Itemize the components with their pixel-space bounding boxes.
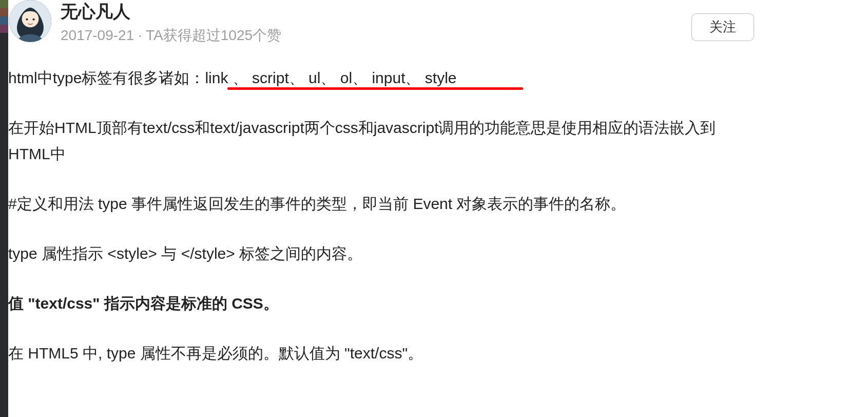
paragraph-5: 值 "text/css" 指示内容是标准的 CSS。 bbox=[8, 290, 754, 316]
svg-point-2 bbox=[26, 18, 28, 21]
paragraph-1: html中type标签有很多诸如：link 、 script、 ul、 ol、 … bbox=[8, 65, 754, 91]
author-name[interactable]: 无心凡人 bbox=[61, 0, 130, 24]
paragraph-2: 在开始HTML顶部有text/css和text/javascript两个css和… bbox=[8, 115, 754, 167]
author-meta: 2017-09-21 · TA获得超过1025个赞 bbox=[61, 26, 281, 45]
editor-gutter-strip bbox=[0, 0, 8, 417]
paragraph-6: 在 HTML5 中, type 属性不再是必须的。默认值为 "text/css"… bbox=[8, 340, 754, 366]
author-avatar[interactable] bbox=[9, 0, 51, 42]
red-underline-annotation bbox=[227, 87, 523, 90]
answer-content: html中type标签有很多诸如：link 、 script、 ul、 ol、 … bbox=[8, 65, 754, 390]
follow-button[interactable]: 关注 bbox=[691, 13, 754, 41]
paragraph-4: type 属性指示 <style> 与 </style> 标签之间的内容。 bbox=[8, 240, 754, 267]
paragraph-3: #定义和用法 type 事件属性返回发生的事件的类型，即当前 Event 对象表… bbox=[8, 191, 754, 217]
paragraph-1-text: html中type标签有很多诸如：link 、 script、 ul、 ol、 … bbox=[8, 69, 457, 86]
avatar-illustration bbox=[9, 0, 51, 42]
svg-point-3 bbox=[33, 18, 35, 21]
page-root: 无心凡人 2017-09-21 · TA获得超过1025个赞 关注 html中t… bbox=[0, 0, 868, 417]
